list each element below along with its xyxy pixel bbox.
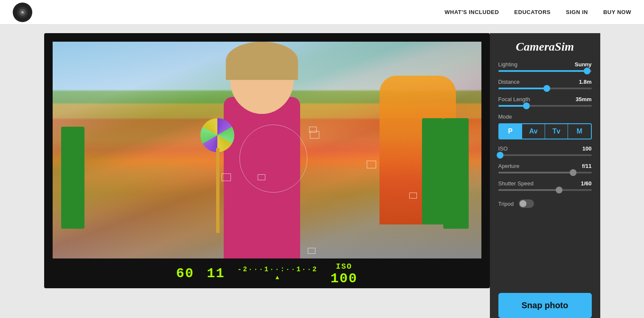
camerasim-logo: CameraSim [498,40,592,54]
site-logo [13,3,32,22]
mode-btn-av[interactable]: Av [522,124,545,139]
lighting-slider-thumb[interactable] [584,68,591,74]
aperture-label: Aperture [498,163,520,169]
iso-label-row: ISO 100 [498,145,592,152]
distance-slider-thumb[interactable] [543,85,550,92]
hud-iso-group: ISO 100 [331,261,358,287]
whats-included-link[interactable]: WHAT'S INCLUDED [444,9,499,15]
tripod-toggle[interactable] [519,199,534,208]
mode-label: Mode [498,114,592,120]
girl-figure [198,42,326,258]
distance-label-row: Distance 1.8m [498,79,592,85]
shutter-speed-slider-thumb [556,187,562,193]
iso-label: ISO [498,145,508,152]
iso-control: ISO 100 [498,145,592,157]
distance-control: Distance 1.8m [498,79,592,90]
focal-length-label-row: Focal Length 35mm [498,96,592,102]
hud-aperture: 11 [207,266,225,281]
hud-shutter: 60 [176,266,194,281]
aperture-label-row: Aperture f/11 [498,163,592,169]
educators-link[interactable]: EDUCATORS [514,9,551,15]
hud-arrow: ▲ [276,274,280,281]
tripod-row: Tripod [498,199,592,208]
focal-length-control: Focal Length 35mm [498,96,592,108]
mode-section: Mode P Av Tv M [498,114,592,139]
sidebar: CameraSim Lighting Sunny Distance 1.8m [490,33,600,318]
lighting-value: Sunny [575,61,592,68]
focal-length-value: 35mm [576,96,592,102]
shutter-speed-label: Shutter Speed [498,180,534,187]
pole-element [443,118,469,229]
iso-slider-track[interactable] [498,154,592,156]
snap-photo-button[interactable]: Snap photo [498,293,592,318]
hud-meter-indicator: -2···1··:··1··2 ▲ [238,266,318,281]
distance-value: 1.8m [579,79,592,85]
camera-outer: 60 11 -2···1··:··1··2 ▲ ISO 100 [44,33,490,288]
distance-label: Distance [498,79,520,85]
aperture-slider-track [498,172,592,173]
shutter-speed-label-row: Shutter Speed 1/60 [498,180,592,187]
mode-buttons: P Av Tv M [498,123,592,139]
iso-value: 100 [582,145,592,152]
navbar-links: WHAT'S INCLUDED EDUCATORS SIGN IN BUY NO… [444,9,631,15]
hud-meter-scale: -2···1··:··1··2 [238,266,318,273]
distance-slider-fill [498,88,547,89]
hud-iso-value: 100 [331,271,358,287]
aperture-slider-fill [498,172,573,173]
sign-in-link[interactable]: SIGN IN [566,9,588,15]
navbar: WHAT'S INCLUDED EDUCATORS SIGN IN BUY NO… [0,0,644,25]
lighting-slider-track[interactable] [498,70,592,72]
lighting-slider-fill [498,70,587,72]
focal-length-slider-track[interactable] [498,105,592,107]
shutter-speed-value: 1/60 [581,180,591,187]
shutter-speed-slider-fill [498,189,559,191]
svg-point-2 [21,11,24,14]
aperture-value: f/11 [582,163,591,169]
pole2-element [422,118,443,224]
pole3-element [61,127,84,229]
main-content: 60 11 -2···1··:··1··2 ▲ ISO 100 CameraSi… [0,25,644,318]
aperture-control: Aperture f/11 [498,163,592,174]
shutter-speed-control: Shutter Speed 1/60 [498,180,592,192]
mode-btn-p[interactable]: P [499,124,522,139]
camera-hud: 60 11 -2···1··:··1··2 ▲ ISO 100 [53,258,481,288]
distance-slider-track[interactable] [498,88,592,89]
aperture-slider-thumb [570,169,577,176]
buy-now-link[interactable]: BUY NOW [603,9,631,15]
toggle-knob [520,200,526,207]
tripod-label: Tripod [498,201,514,207]
shutter-speed-slider-track [498,189,592,191]
focal-length-label: Focal Length [498,96,530,102]
focal-length-slider-fill [498,105,526,107]
mode-btn-tv[interactable]: Tv [545,124,568,139]
focal-length-slider-thumb[interactable] [523,102,530,109]
lighting-label-row: Lighting Sunny [498,61,592,68]
lighting-label: Lighting [498,61,518,68]
lighting-control: Lighting Sunny [498,61,592,73]
mode-btn-m[interactable]: M [568,124,591,139]
viewfinder [53,42,481,258]
iso-slider-thumb[interactable] [497,152,503,159]
